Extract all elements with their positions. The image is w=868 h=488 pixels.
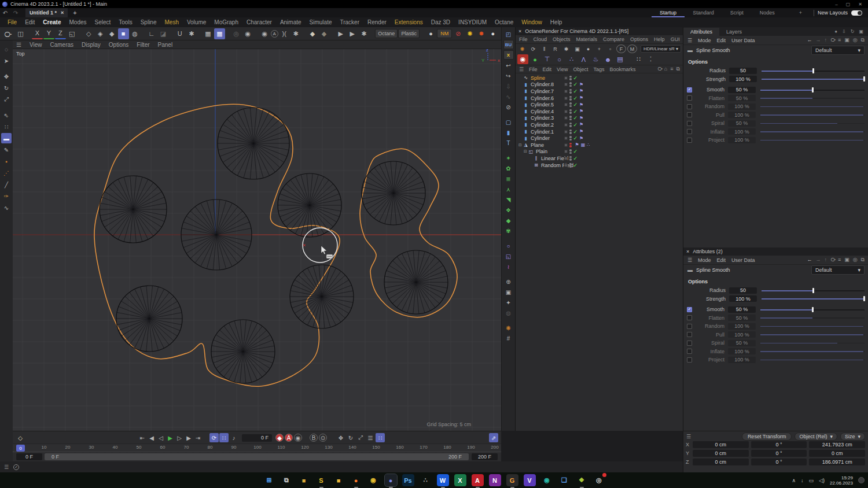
disc-dim-icon[interactable]: ◍ bbox=[503, 308, 514, 317]
x-axis-lock[interactable]: X bbox=[32, 28, 43, 39]
add-layout-button[interactable]: + bbox=[791, 8, 810, 17]
layout-tab-script[interactable]: Script bbox=[722, 8, 752, 17]
kernel-settings-icon[interactable]: ✱ bbox=[561, 45, 571, 53]
undo-icon[interactable]: ↶ bbox=[0, 10, 10, 16]
visibility-dots[interactable] bbox=[569, 82, 572, 87]
live-viewer-icon[interactable]: ● bbox=[529, 54, 540, 64]
attr-menu-mode[interactable]: Mode bbox=[698, 257, 711, 263]
object-tag-icon[interactable]: ⚑ bbox=[579, 122, 583, 127]
lock-icon[interactable]: ▣ bbox=[844, 257, 849, 263]
quantize-grid-icon[interactable]: ▦ bbox=[214, 28, 225, 39]
selection-arrow-tool[interactable]: ⇖ bbox=[1, 110, 12, 120]
xparticles-plugin-icon[interactable]: ✺ bbox=[464, 28, 475, 39]
object-tag-icon[interactable]: ⚑ bbox=[579, 109, 583, 114]
plastic-preset-button[interactable]: Plastic bbox=[398, 29, 420, 38]
z-axis-lock[interactable]: Z bbox=[55, 28, 66, 39]
rotate-tool[interactable]: ↻ bbox=[1, 83, 12, 93]
filter-icon[interactable]: ≡ bbox=[838, 257, 841, 263]
tab-attributes[interactable]: Attributes bbox=[683, 28, 719, 36]
octane-menu-options[interactable]: Options bbox=[630, 36, 648, 42]
object-name[interactable]: Cylinder.1 bbox=[531, 129, 554, 135]
menu-simulate[interactable]: Simulate bbox=[306, 19, 336, 25]
option-value-field[interactable]: 100 % bbox=[728, 112, 756, 118]
object-row[interactable]: ∥Linear Field✓ bbox=[516, 155, 683, 162]
light-object-icon[interactable]: ✦ bbox=[503, 298, 514, 307]
range-start-field[interactable]: 0 F bbox=[16, 453, 42, 460]
dots-a-icon[interactable]: ∷ bbox=[633, 54, 644, 64]
notification-icon[interactable] bbox=[858, 477, 865, 483]
menu-window[interactable]: Window bbox=[517, 19, 546, 25]
param-slider[interactable] bbox=[762, 68, 865, 74]
environment-icon[interactable]: ⊕ bbox=[503, 277, 514, 286]
coordinate-system-icon[interactable]: ◱ bbox=[67, 28, 78, 39]
restart-render-icon[interactable]: ⟳ bbox=[528, 45, 538, 53]
preset-dropdown[interactable]: Default▾ bbox=[811, 46, 865, 55]
object-row[interactable]: ▮Cylinder.2✓⚑ bbox=[516, 121, 683, 128]
workplane-mode[interactable]: ◪ bbox=[157, 28, 168, 39]
octane-menu-compare[interactable]: Compare bbox=[603, 36, 624, 42]
layer-color-swatch[interactable] bbox=[564, 103, 568, 106]
size-dropdown[interactable]: Size▾ bbox=[840, 432, 865, 441]
pen-tool[interactable]: ✑ bbox=[1, 191, 12, 201]
object-row[interactable]: ⊟◮Plane⚑▦∴ bbox=[516, 142, 683, 149]
document-tab[interactable]: Untitled 1 * × bbox=[25, 8, 68, 17]
layout-tab-nodes[interactable]: Nodes bbox=[752, 8, 783, 17]
green-app-icon[interactable]: ❖ bbox=[576, 474, 588, 486]
history-icon[interactable]: ↻ bbox=[851, 29, 855, 34]
soft-move-tool[interactable]: ∷ bbox=[1, 121, 12, 132]
menu-create[interactable]: Create bbox=[39, 19, 65, 25]
tweak-tool[interactable]: ➤ bbox=[1, 56, 12, 66]
add-tab-button[interactable]: + bbox=[68, 9, 82, 16]
attributes2-close-icon[interactable]: × bbox=[686, 249, 689, 254]
brush-tool[interactable]: ╱ bbox=[1, 179, 12, 190]
object-row[interactable]: ▮Cylinder.4✓⚑ bbox=[516, 108, 683, 115]
enable-check-icon[interactable]: ✓ bbox=[573, 129, 578, 135]
object-tag-icon[interactable]: ⚑ bbox=[579, 136, 583, 141]
object-tag-icon[interactable]: ⚑ bbox=[579, 102, 583, 108]
tab-close-icon[interactable]: × bbox=[61, 10, 64, 16]
maximize-button[interactable]: ▢ bbox=[846, 2, 851, 7]
texture-bricks-icon[interactable]: ▤ bbox=[615, 54, 626, 64]
adobe-a-icon[interactable]: A bbox=[472, 474, 484, 486]
polygon-mode[interactable]: ◆ bbox=[106, 28, 117, 39]
render-settings-button[interactable]: ✱ bbox=[358, 28, 369, 39]
record-rotation-toggle[interactable]: ↻ bbox=[346, 433, 355, 442]
y-axis-lock[interactable]: Y bbox=[43, 28, 54, 39]
point-pen-tool[interactable]: ✎ bbox=[1, 145, 12, 155]
previous-key-button[interactable]: ◀ bbox=[147, 433, 156, 442]
hanger-icon[interactable]: Λ bbox=[578, 54, 589, 64]
object-tag-icon[interactable]: ▦ bbox=[581, 142, 586, 147]
option-value-field[interactable]: 50 % bbox=[728, 87, 756, 93]
chrome-icon[interactable]: ◉ bbox=[367, 474, 380, 486]
option-slider[interactable] bbox=[760, 95, 865, 101]
menu-octane[interactable]: Octane bbox=[491, 19, 517, 25]
search-icon[interactable]: Ϙ bbox=[830, 37, 834, 43]
visibility-dots[interactable] bbox=[569, 123, 572, 127]
bu-layout-button[interactable]: BU bbox=[503, 40, 514, 49]
enable-check-icon[interactable]: ✓ bbox=[573, 149, 578, 154]
viewport-menu-display[interactable]: Display bbox=[82, 42, 101, 48]
object-tag-icon[interactable]: ∴ bbox=[587, 142, 590, 147]
sound-toggle[interactable]: ♪ bbox=[229, 433, 238, 442]
position-field[interactable]: 0 cm bbox=[693, 441, 749, 448]
visibility-dots[interactable] bbox=[569, 149, 572, 154]
enable-check-icon[interactable]: ✓ bbox=[573, 88, 578, 94]
object-row[interactable]: ⊠Random Field✓ bbox=[516, 162, 683, 169]
enable-check-icon[interactable]: ✓ bbox=[573, 156, 578, 161]
spline-sketch-tool[interactable]: ∿ bbox=[1, 202, 12, 213]
burger-icon[interactable]: ☰ bbox=[687, 257, 692, 263]
floor-icon[interactable]: ◫ bbox=[15, 28, 26, 39]
clock[interactable]: 15:2922.06.2023 bbox=[830, 475, 853, 486]
back-arrow-icon[interactable]: ← bbox=[807, 37, 812, 43]
layer-color-swatch[interactable] bbox=[564, 143, 568, 147]
reset-transform-button[interactable]: Reset Transform bbox=[742, 432, 792, 441]
param-value-field[interactable]: 100 % bbox=[729, 76, 757, 82]
previous-frame-button[interactable]: ◁ bbox=[156, 433, 165, 442]
tool-gear-icon[interactable]: ✱ bbox=[290, 28, 301, 39]
filter-icon[interactable]: ≡ bbox=[670, 66, 673, 72]
spline-dim-icon[interactable]: ∿ bbox=[503, 92, 514, 101]
render-region-icon[interactable]: R bbox=[550, 45, 560, 53]
object-name[interactable]: Cylinder bbox=[531, 135, 550, 141]
material-tshirt-icon[interactable]: ⊤ bbox=[542, 54, 553, 64]
layer-color-swatch[interactable] bbox=[564, 76, 568, 80]
